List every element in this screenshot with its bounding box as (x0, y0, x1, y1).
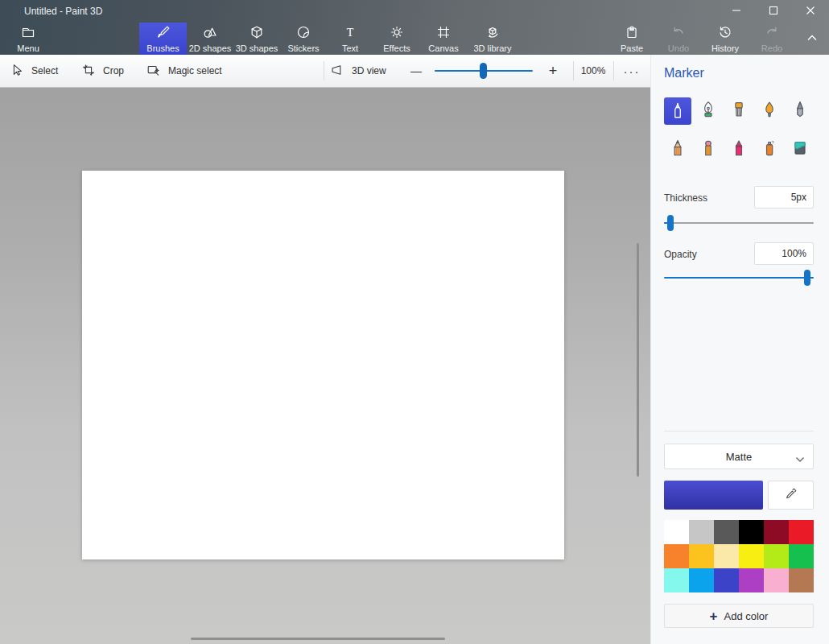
color-swatch-indigo[interactable] (714, 568, 739, 592)
minimize-button[interactable] (718, 0, 755, 23)
eyedropper-button[interactable] (768, 481, 814, 510)
color-swatch-dark-gray[interactable] (714, 520, 739, 544)
workspace (0, 88, 650, 644)
maximize-icon (769, 4, 778, 19)
shapes-3d-icon (249, 24, 265, 42)
library-3d-icon (485, 24, 501, 42)
opacity-input[interactable]: 100% (754, 242, 814, 265)
toolbar-separator (324, 61, 324, 80)
close-button[interactable] (792, 0, 829, 23)
color-swatch-sky-blue[interactable] (689, 568, 714, 592)
canvas-icon (435, 24, 452, 42)
thickness-slider[interactable] (664, 214, 814, 232)
magic-select-button[interactable]: Magic select (146, 55, 222, 87)
title-bar: Untitled - Paint 3D Menu Brushes 2D shap… (0, 0, 829, 55)
select-button[interactable]: Select (10, 55, 58, 87)
color-swatch-yellow[interactable] (739, 544, 764, 568)
color-swatch-lime[interactable] (764, 544, 789, 568)
tab-label: Brushes (146, 43, 179, 53)
color-swatch-light-yellow[interactable] (714, 544, 739, 568)
window-controls (718, 0, 829, 23)
zoom-in-button[interactable]: + (541, 55, 565, 87)
zoom-level-button[interactable]: 100% (573, 55, 613, 87)
tab-label: 3D shapes (236, 43, 278, 53)
color-swatch-pink[interactable] (764, 568, 789, 592)
tab-brushes[interactable]: Brushes (139, 23, 187, 55)
view-3d-button[interactable]: 3D view (329, 55, 386, 87)
zoom-slider[interactable] (435, 55, 533, 87)
opacity-label: Opacity (664, 249, 697, 260)
history-button[interactable]: History (702, 23, 749, 55)
opacity-slider-track[interactable] (664, 277, 814, 279)
panel-title: Marker (664, 66, 704, 80)
color-swatch-purple[interactable] (739, 568, 764, 592)
tab-stickers[interactable]: Stickers (280, 23, 327, 55)
tab-2d-shapes[interactable]: 2D shapes (187, 23, 233, 55)
chevron-up-icon (806, 31, 819, 46)
tab-label: 3D library (473, 43, 511, 53)
thickness-input[interactable]: 5px (754, 186, 814, 208)
collapse-ribbon-button[interactable] (802, 29, 823, 48)
paste-icon (624, 24, 640, 42)
svg-text:T: T (347, 27, 354, 39)
zoom-slider-thumb[interactable] (480, 63, 487, 79)
color-swatch-aqua[interactable] (664, 568, 689, 592)
material-dropdown[interactable]: Matte (664, 444, 814, 469)
tab-text[interactable]: T Text (327, 23, 373, 55)
color-swatch-gold[interactable] (689, 544, 714, 568)
tab-label: Stickers (287, 43, 319, 53)
brush-calligraphy-pen[interactable] (695, 97, 722, 125)
window-title: Untitled - Paint 3D (24, 6, 102, 17)
thickness-slider-thumb[interactable] (667, 215, 674, 231)
paste-button[interactable]: Paste (608, 23, 655, 55)
add-color-button[interactable]: + Add color (664, 604, 814, 628)
color-swatch-white[interactable] (664, 520, 689, 544)
brush-pencil[interactable] (664, 136, 691, 163)
thickness-slider-track[interactable] (664, 222, 814, 224)
undo-button[interactable]: Undo (655, 23, 702, 55)
magic-select-label: Magic select (168, 65, 222, 76)
horizontal-scrollbar[interactable] (191, 638, 445, 640)
opacity-slider[interactable] (664, 269, 814, 287)
brush-marker[interactable] (664, 97, 691, 125)
brush-pixel-pen[interactable] (786, 97, 814, 125)
color-swatch-light-gray[interactable] (689, 520, 714, 544)
add-color-label: Add color (724, 610, 769, 622)
brush-watercolor[interactable] (756, 97, 783, 125)
vertical-scrollbar[interactable] (637, 243, 639, 477)
brush-spray-can[interactable] (756, 136, 783, 163)
drawing-canvas[interactable] (82, 171, 564, 559)
add-icon: + (710, 609, 718, 623)
tab-3d-shapes[interactable]: 3D shapes (233, 23, 280, 55)
brush-eraser[interactable] (695, 136, 722, 163)
more-options-button[interactable]: ··· (613, 55, 650, 87)
brush-oil-brush[interactable] (725, 97, 753, 125)
close-icon (806, 4, 815, 19)
color-swatch-black[interactable] (739, 520, 764, 544)
brush-crayon[interactable] (725, 136, 753, 163)
zoom-out-button[interactable]: — (404, 55, 428, 87)
maximize-button[interactable] (755, 0, 792, 23)
color-swatch-red[interactable] (789, 520, 814, 544)
brush-fill[interactable] (786, 136, 814, 163)
redo-button[interactable]: Redo (749, 23, 795, 55)
tab-canvas[interactable]: Canvas (420, 23, 467, 55)
opacity-slider-thumb[interactable] (804, 270, 810, 286)
tab-3d-library[interactable]: 3D library (467, 23, 518, 55)
more-options-icon: ··· (624, 64, 641, 78)
crop-button[interactable]: Crop (81, 55, 124, 87)
color-swatch-orange[interactable] (664, 544, 689, 568)
menu-button[interactable]: Menu (5, 23, 52, 55)
color-swatch-brown[interactable] (789, 568, 814, 592)
color-swatch-dark-red[interactable] (764, 520, 789, 544)
pencil-icon (667, 138, 688, 162)
minimize-icon (732, 4, 741, 19)
eraser-icon (698, 138, 719, 162)
ribbon-right-group: Paste Undo History Redo (608, 23, 795, 55)
color-swatch-green[interactable] (789, 544, 814, 568)
panel-divider (664, 431, 814, 431)
tab-effects[interactable]: Effects (373, 23, 420, 55)
view-3d-label: 3D view (352, 65, 386, 76)
pixel-pen-icon (790, 99, 810, 123)
current-color-swatch[interactable] (664, 481, 763, 510)
